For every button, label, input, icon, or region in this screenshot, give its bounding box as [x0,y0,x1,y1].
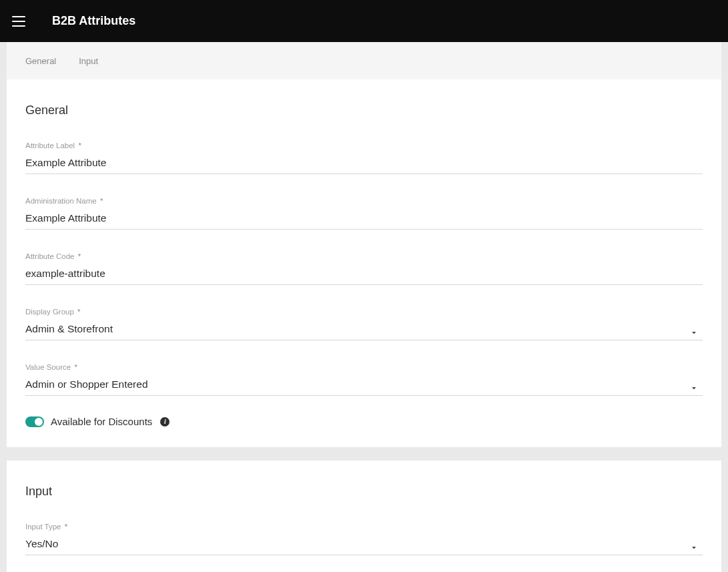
toggle-available-discounts-row: Available for Discounts i [25,416,703,427]
page-title: B2B Attributes [52,14,135,28]
tabs-bar: General Input [7,42,721,79]
toggle-label-available-discounts: Available for Discounts [51,416,152,427]
tab-input[interactable]: Input [79,56,98,66]
select-value-source[interactable] [25,375,703,396]
field-display-group: Display Group * [25,308,703,340]
section-input: Input Input Type * [7,461,721,572]
field-administration-name: Administration Name * [25,197,703,230]
select-display-group[interactable] [25,320,703,340]
info-icon[interactable]: i [160,417,169,426]
app-header: B2B Attributes [0,0,728,42]
field-value-source: Value Source * [25,363,703,396]
input-attribute-label[interactable] [25,154,703,174]
label-input-type: Input Type * [25,523,703,531]
tab-general[interactable]: General [25,56,56,66]
label-administration-name: Administration Name * [25,197,703,205]
menu-icon[interactable] [12,13,28,29]
input-attribute-code[interactable] [25,264,703,285]
input-administration-name[interactable] [25,209,703,230]
section-general: General Attribute Label * Administration… [7,79,721,447]
section-title-input: Input [25,485,703,499]
label-value-source: Value Source * [25,363,703,371]
label-attribute-code: Attribute Code * [25,252,703,260]
label-display-group: Display Group * [25,308,703,316]
section-title-general: General [25,103,703,117]
toggle-available-discounts[interactable] [25,416,44,427]
field-input-type: Input Type * [25,523,703,555]
select-input-type[interactable] [25,535,703,555]
field-attribute-code: Attribute Code * [25,252,703,285]
field-attribute-label: Attribute Label * [25,141,703,174]
label-attribute-label: Attribute Label * [25,141,703,150]
